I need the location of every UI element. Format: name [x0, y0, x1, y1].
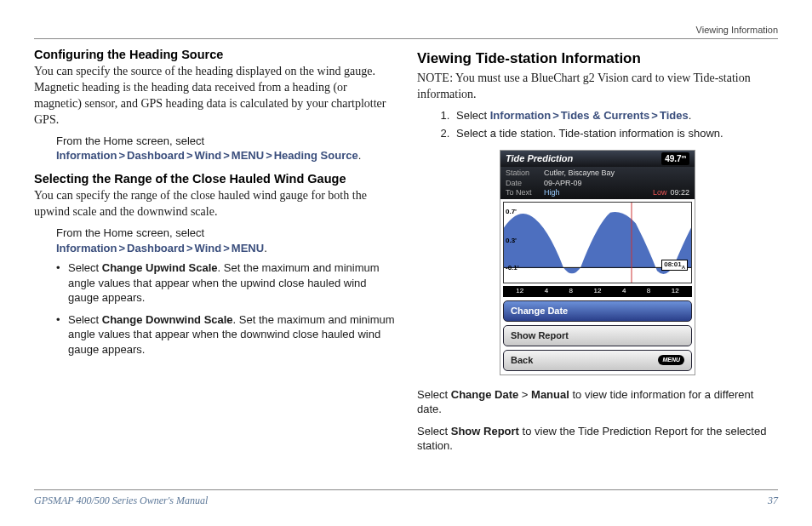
nav-seg: Dashboard [127, 242, 185, 254]
nav-sep: > [185, 149, 195, 162]
nav-sep: > [221, 149, 232, 162]
back-button[interactable]: Back MENU [503, 350, 692, 371]
meta-label: Date [506, 179, 544, 188]
steps-list: Select Information>Tides & Currents>Tide… [453, 108, 778, 141]
low-label: Low [653, 188, 667, 197]
left-column: Configuring the Heading Source You can s… [34, 48, 395, 460]
nav-seg: MENU [232, 242, 264, 254]
nav-seg: Information [490, 109, 552, 122]
x-tick: 12 [672, 287, 679, 296]
para-show-report: Select Show Report to view the Tide Pred… [417, 424, 778, 454]
x-tick: 8 [569, 287, 573, 296]
opt-change-date: Change Date [451, 388, 518, 401]
page-footer: GPSMAP 400/500 Series Owner's Manual 37 [34, 489, 778, 507]
meta-row-station: StationCutler, Biscayne Bay [506, 169, 689, 178]
meta-label: Station [506, 169, 544, 178]
time-val: 08:01 [664, 260, 681, 268]
nav-sep: > [185, 242, 195, 254]
para-change-date: Select Change Date > Manual to view tide… [417, 387, 778, 417]
option-downwind: Change Downwind Scale [102, 313, 233, 326]
option-upwind: Change Upwind Scale [102, 261, 218, 274]
list-item: Select Change Upwind Scale. Set the maxi… [56, 260, 395, 306]
meta-value: Cutler, Biscayne Bay [544, 169, 615, 178]
heading-close-hauled: Selecting the Range of the Close Hauled … [34, 172, 395, 186]
device-title: Tide Prediction [506, 152, 573, 165]
para-close-hauled: You can specify the range of the close h… [34, 188, 395, 220]
opt-show-report: Show Report [451, 425, 519, 437]
note-line: NOTE: You must use a BlueChart g2 Vision… [417, 71, 778, 103]
nav-sep: > [117, 242, 128, 254]
para-config-source: You can specify the source of the headin… [34, 64, 395, 129]
note-body: : You must use a BlueChart g2 Vision car… [417, 71, 751, 100]
nav-sep: > [221, 242, 232, 254]
nav-sep: > [264, 149, 274, 162]
meta-value: 09-APR-09 [544, 179, 582, 188]
y-tick: -0.1' [506, 264, 519, 273]
nav-path-wind-menu: From the Home screen, select Information… [56, 226, 395, 255]
nav-sep: > [551, 109, 561, 122]
select-word: Select [68, 261, 102, 274]
menu-pill: MENU [658, 355, 684, 364]
nav-seg: Information [56, 149, 117, 162]
device-meta: StationCutler, Biscayne Bay Date09-APR-0… [500, 167, 695, 199]
note-label: NOTE [417, 71, 449, 84]
nav-prefix: From the Home screen, select [56, 226, 204, 239]
nav-seg: Information [56, 242, 117, 254]
page-number: 37 [768, 494, 778, 507]
content-columns: Configuring the Heading Source You can s… [34, 48, 778, 460]
nav-seg: Tides [660, 109, 689, 122]
nav-sep: > [649, 109, 660, 122]
tide-chart: 0.7' 0.3' -0.1' 08:01A [503, 202, 692, 283]
heading-tide-station: Viewing Tide-station Information [417, 49, 778, 69]
nav-end: . [264, 242, 267, 254]
list-item: Select Change Downwind Scale. Set the ma… [56, 312, 395, 357]
pre: Select [417, 425, 451, 437]
opt-manual: Manual [531, 388, 569, 401]
x-tick: 12 [594, 287, 602, 296]
nav-path-heading-source: From the Home screen, select Information… [56, 134, 395, 163]
x-tick: 12 [516, 287, 523, 296]
device-distance: 49.7m [661, 152, 689, 166]
device-screenshot: Tide Prediction 49.7m StationCutler, Bis… [500, 150, 695, 375]
bullet-list-scales: Select Change Upwind Scale. Set the maxi… [56, 260, 395, 357]
y-tick: 0.7' [506, 208, 517, 217]
nav-sep: > [117, 149, 128, 162]
meta-row-date: Date09-APR-09 [506, 179, 689, 188]
nav-end: . [358, 149, 362, 162]
nav-seg: Dashboard [127, 149, 185, 162]
dist-val: 49.7 [665, 154, 681, 163]
step-pre: Select [456, 109, 490, 122]
x-tick: 4 [622, 287, 626, 296]
show-report-button[interactable]: Show Report [503, 325, 692, 346]
x-axis: 12 4 8 12 4 8 12 [503, 286, 692, 297]
nav-seg: MENU [232, 149, 264, 162]
change-date-button[interactable]: Change Date [503, 300, 692, 322]
meta-row-tonext: To NextHighLow09:22 [506, 188, 689, 197]
section-header: Viewing Information [34, 24, 778, 39]
list-item: Select Information>Tides & Currents>Tide… [453, 108, 778, 123]
nav-prefix: From the Home screen, select [56, 134, 204, 147]
right-column: Viewing Tide-station Information NOTE: Y… [417, 48, 778, 460]
device-titlebar: Tide Prediction 49.7m [500, 151, 695, 168]
x-tick: 8 [647, 287, 650, 296]
time-unit: A [682, 264, 685, 269]
meta-label: To Next [506, 188, 544, 197]
current-time-box: 08:01A [661, 260, 688, 272]
sep: > [518, 388, 531, 401]
high-label: High [544, 188, 560, 197]
nav-seg: Wind [195, 149, 222, 162]
nav-seg: Tides & Currents [561, 109, 650, 122]
list-item: Select a tide station. Tide-station info… [453, 126, 778, 141]
dist-unit: m [682, 154, 686, 159]
select-word: Select [68, 313, 102, 326]
footer-left: GPSMAP 400/500 Series Owner's Manual [34, 494, 208, 507]
y-tick: 0.3' [506, 237, 517, 246]
pre: Select [417, 388, 451, 401]
heading-config-source: Configuring the Heading Source [34, 48, 395, 62]
nav-seg: Wind [195, 242, 222, 254]
x-tick: 4 [545, 287, 548, 296]
nav-seg: Heading Source [274, 149, 358, 162]
low-time: 09:22 [670, 188, 689, 197]
nav-end: . [689, 109, 692, 122]
back-label: Back [511, 354, 533, 367]
